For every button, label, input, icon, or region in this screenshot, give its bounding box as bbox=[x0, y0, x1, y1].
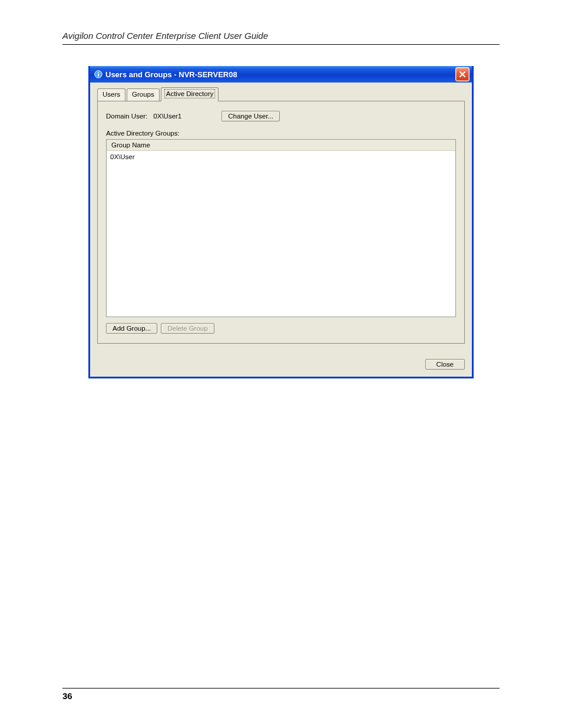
document-header: Avigilon Control Center Enterprise Clien… bbox=[62, 31, 500, 45]
tab-label: Groups bbox=[132, 91, 154, 98]
listview-body[interactable]: 0X\User bbox=[107, 151, 455, 317]
tab-label: Users bbox=[103, 91, 120, 98]
dialog-footer: Close bbox=[90, 351, 472, 377]
tabpanel-active-directory: Domain User: 0X\User1 Change User... Act… bbox=[97, 101, 465, 344]
delete-group-button: Delete Group bbox=[161, 323, 214, 334]
close-icon bbox=[459, 71, 466, 78]
window-title: Users and Groups - NVR-SERVER08 bbox=[105, 70, 237, 79]
listview-column-header[interactable]: Group Name bbox=[107, 140, 455, 151]
svg-rect-1 bbox=[98, 72, 99, 73]
client-area: Users Groups Active Directory Domain Use… bbox=[90, 83, 472, 351]
domain-user-row: Domain User: 0X\User1 Change User... bbox=[106, 111, 456, 121]
app-icon bbox=[94, 70, 103, 79]
close-button[interactable]: Close bbox=[425, 359, 465, 370]
ad-groups-listview[interactable]: Group Name 0X\User bbox=[106, 139, 456, 317]
tab-groups[interactable]: Groups bbox=[127, 88, 160, 102]
tabstrip: Users Groups Active Directory bbox=[97, 88, 465, 101]
list-item[interactable]: 0X\User bbox=[109, 152, 453, 162]
tab-label: Active Directory bbox=[164, 89, 216, 98]
window-close-button[interactable] bbox=[455, 67, 470, 81]
tab-active-directory[interactable]: Active Directory bbox=[161, 87, 219, 101]
add-group-button[interactable]: Add Group... bbox=[106, 323, 157, 334]
titlebar[interactable]: Users and Groups - NVR-SERVER08 bbox=[90, 66, 472, 83]
users-and-groups-window: Users and Groups - NVR-SERVER08 Users Gr… bbox=[88, 66, 474, 378]
page-number: 36 bbox=[62, 688, 500, 701]
domain-user-value: 0X\User1 bbox=[153, 113, 181, 120]
change-user-button[interactable]: Change User... bbox=[222, 111, 280, 121]
svg-rect-2 bbox=[98, 74, 99, 77]
ad-groups-label: Active Directory Groups: bbox=[106, 130, 456, 137]
domain-user-label: Domain User: bbox=[106, 113, 147, 120]
group-buttons-row: Add Group... Delete Group bbox=[106, 323, 456, 334]
tab-users[interactable]: Users bbox=[97, 88, 125, 102]
